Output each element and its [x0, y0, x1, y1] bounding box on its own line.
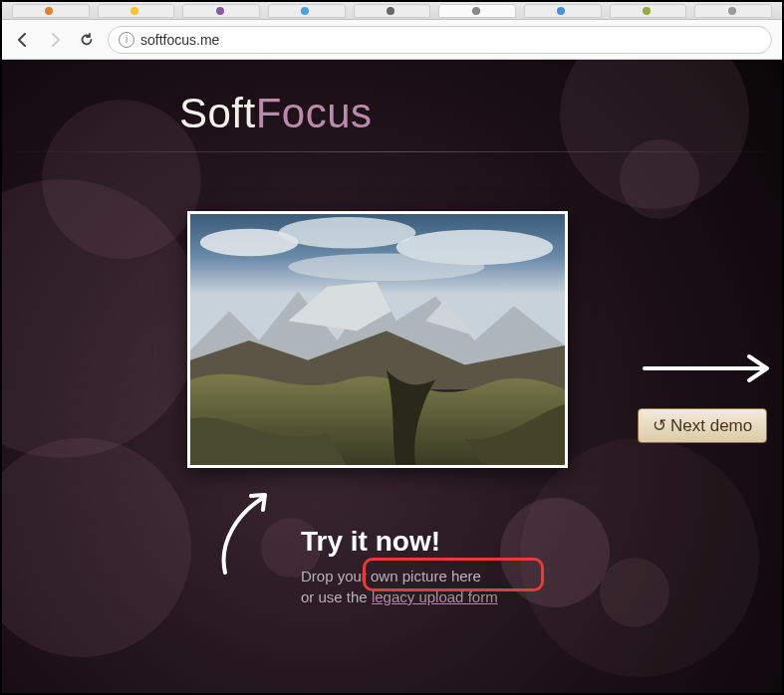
- svg-point-2: [279, 217, 416, 248]
- back-button[interactable]: [12, 29, 34, 51]
- arrow-curved-up-icon: [213, 488, 283, 578]
- reload-button[interactable]: [76, 29, 98, 51]
- browser-tab[interactable]: [524, 4, 602, 18]
- browser-tab[interactable]: [12, 4, 90, 18]
- cta-line1: Drop your own picture here: [301, 568, 481, 584]
- cta-line2: or use the: [301, 588, 372, 605]
- cta-heading: Try it now!: [301, 526, 498, 558]
- browser-tab[interactable]: [610, 4, 687, 18]
- browser-tab[interactable]: [268, 4, 346, 18]
- logo-part-1: Soft: [179, 90, 256, 136]
- cta-section: Try it now! Drop your own picture here o…: [301, 526, 498, 607]
- next-demo-button[interactable]: ↺ Next demo: [638, 408, 767, 443]
- browser-toolbar: i softfocus.me: [2, 20, 782, 60]
- page-content: SoftFocus: [2, 60, 782, 695]
- bokeh-decoration: [560, 60, 749, 209]
- address-bar[interactable]: i softfocus.me: [108, 26, 772, 54]
- url-text: softfocus.me: [140, 32, 219, 48]
- next-demo-label: Next demo: [670, 416, 752, 436]
- arrow-right-icon: [640, 348, 779, 388]
- svg-point-4: [288, 253, 484, 281]
- bokeh-decoration: [2, 438, 191, 657]
- browser-tab[interactable]: [182, 4, 260, 18]
- logo-part-2: Focus: [256, 90, 373, 136]
- forward-button[interactable]: [44, 29, 66, 51]
- demo-image-dropzone[interactable]: [187, 211, 568, 468]
- browser-tab[interactable]: [98, 4, 175, 18]
- legacy-upload-link[interactable]: legacy upload form: [372, 588, 498, 605]
- header-divider: [2, 151, 782, 152]
- browser-tab[interactable]: [694, 4, 772, 18]
- browser-tab[interactable]: [354, 4, 431, 18]
- bokeh-decoration: [42, 100, 201, 259]
- browser-chrome: i softfocus.me: [2, 2, 782, 60]
- site-logo: SoftFocus: [179, 90, 373, 137]
- tab-strip: [2, 2, 782, 20]
- site-info-icon[interactable]: i: [119, 32, 134, 48]
- cta-text: Drop your own picture here or use the le…: [301, 566, 498, 607]
- bokeh-decoration: [520, 438, 759, 677]
- browser-tab-active[interactable]: [438, 4, 516, 18]
- reload-icon: ↺: [653, 415, 666, 436]
